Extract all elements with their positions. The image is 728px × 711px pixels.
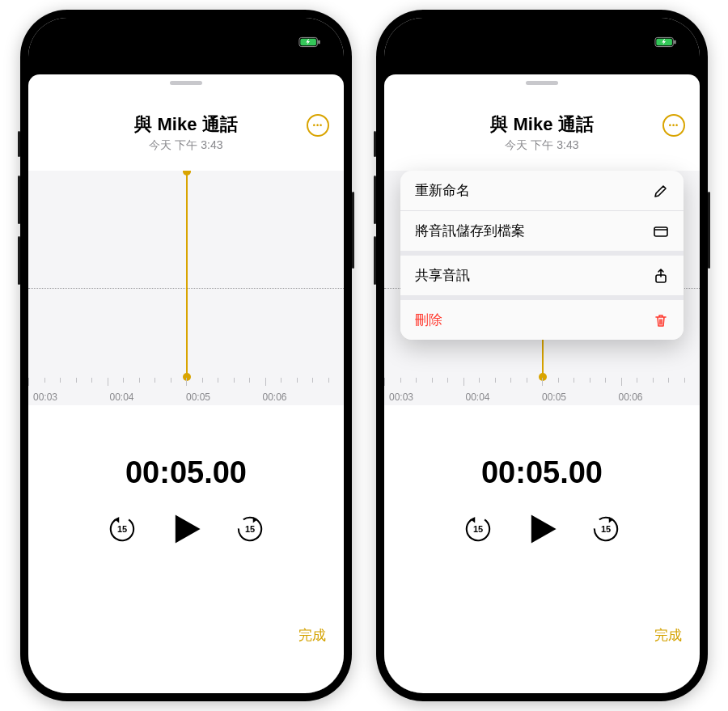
- battery-icon: [654, 36, 677, 48]
- skip-forward-label: 15: [592, 515, 620, 543]
- menu-share-label: 共享音訊: [415, 266, 470, 285]
- svg-rect-7: [674, 40, 675, 44]
- skip-forward-label: 15: [236, 515, 264, 543]
- share-icon: [653, 268, 669, 284]
- play-button[interactable]: [524, 511, 560, 547]
- more-button[interactable]: •••: [662, 114, 685, 137]
- ellipsis-icon: •••: [669, 121, 679, 129]
- wifi-icon: [281, 36, 295, 48]
- cellular-dots: ....: [263, 36, 277, 49]
- recording-sheet: 與 Mike 通話 今天 下午 3:43 ••• 重新命名 將音訊儲存到檔案: [384, 74, 700, 693]
- timeline-labels: 00:03 00:04 00:05 00:06: [28, 391, 344, 403]
- pencil-icon: [653, 183, 669, 199]
- menu-save-label: 將音訊儲存到檔案: [415, 222, 525, 240]
- menu-delete-label: 刪除: [415, 311, 442, 329]
- skip-back-button[interactable]: 15: [464, 515, 492, 543]
- recording-title: 與 Mike 通話: [28, 112, 344, 137]
- done-button[interactable]: 完成: [654, 628, 682, 643]
- skip-forward-button[interactable]: 15: [592, 515, 620, 543]
- wifi-icon: [637, 36, 651, 48]
- menu-item-rename[interactable]: 重新命名: [400, 171, 684, 211]
- skip-back-label: 15: [108, 515, 136, 543]
- ellipsis-icon: •••: [313, 121, 323, 129]
- playhead[interactable]: [186, 171, 188, 378]
- svg-rect-8: [654, 227, 667, 236]
- time-display: 00:05.00: [384, 455, 700, 490]
- trash-icon: [653, 312, 669, 328]
- phone-right: 4:14 .... 與 Mike 通話 今天 下午 3:43 •••: [376, 10, 708, 701]
- battery-icon: [298, 36, 321, 48]
- phone-left: 4:14 .... 與 Mike 通話 今天 下午 3:43 •••: [20, 10, 352, 701]
- options-menu: 重新命名 將音訊儲存到檔案 共享音訊: [400, 171, 684, 340]
- svg-rect-2: [318, 40, 320, 44]
- recording-subtitle: 今天 下午 3:43: [28, 138, 344, 153]
- recording-subtitle: 今天 下午 3:43: [384, 138, 700, 153]
- sheet-grabber[interactable]: [170, 81, 202, 85]
- recording-sheet: 與 Mike 通話 今天 下午 3:43 ••• 00:03 00:04: [28, 74, 344, 693]
- done-button[interactable]: 完成: [298, 628, 326, 643]
- skip-back-button[interactable]: 15: [108, 515, 136, 543]
- timeline-labels: 00:03 00:04 00:05 00:06: [384, 391, 700, 403]
- time-display: 00:05.00: [28, 455, 344, 490]
- cellular-dots: ....: [619, 36, 633, 49]
- skip-forward-button[interactable]: 15: [236, 515, 264, 543]
- menu-item-save[interactable]: 將音訊儲存到檔案: [400, 211, 684, 256]
- menu-item-delete[interactable]: 刪除: [400, 300, 684, 340]
- clock: 4:14: [412, 34, 439, 50]
- skip-back-label: 15: [464, 515, 492, 543]
- folder-icon: [653, 223, 669, 239]
- dynamic-island: [493, 29, 590, 57]
- recording-title: 與 Mike 通話: [384, 112, 700, 137]
- menu-item-share[interactable]: 共享音訊: [400, 256, 684, 300]
- dynamic-island: [138, 29, 235, 57]
- waveform-area[interactable]: 00:03 00:04 00:05 00:06: [28, 171, 344, 405]
- play-button[interactable]: [168, 511, 204, 547]
- sheet-grabber[interactable]: [526, 81, 558, 85]
- clock: 4:14: [56, 34, 83, 50]
- menu-rename-label: 重新命名: [415, 181, 470, 200]
- more-button[interactable]: •••: [307, 114, 329, 137]
